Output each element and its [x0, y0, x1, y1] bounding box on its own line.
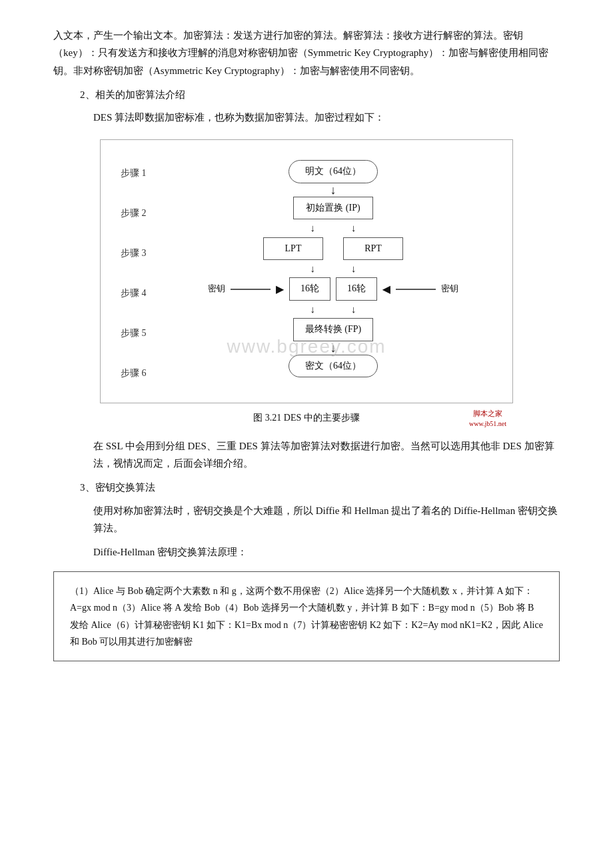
step-3-label: 步骤 3 [121, 233, 174, 273]
step-6-label: 步骤 6 [121, 353, 174, 393]
plaintext-node: 明文（64位） [289, 160, 378, 183]
intro-paragraph: 入文本，产生一个输出文本。加密算法：发送方进行加密的算法。解密算法：接收方进行解… [53, 27, 560, 79]
step-2-label: 步骤 2 [121, 193, 174, 233]
key-left-line [231, 289, 271, 290]
lpt-node: LPT [263, 237, 323, 261]
section3-heading: 3、密钥交换算法 [80, 479, 560, 496]
key-left-label: 密钥 [208, 281, 225, 297]
split-arrows-3: ↓ ↓ [193, 301, 473, 318]
key-right-label: 密钥 [441, 281, 458, 297]
step-1-label: 步骤 1 [121, 153, 174, 193]
lpt-rpt-row: LPT RPT [193, 237, 473, 261]
ip-node: 初始置换 (IP) [293, 197, 373, 220]
ciphertext-node: 密文（64位） [289, 355, 378, 378]
des-figure: 步骤 1 步骤 2 步骤 3 步骤 4 步骤 5 步骤 6 明文（64位） ↓ … [100, 139, 513, 403]
rpt-node: RPT [343, 237, 403, 261]
fp-row: 最终转换 (FP) [193, 318, 473, 341]
arrow-left-1: ▶ [382, 280, 390, 299]
split-arrows-1: ↓ ↓ [193, 219, 473, 237]
diffie-box: （1）Alice 与 Bob 确定两个大素数 n 和 g，这两个数不用保密（2）… [53, 571, 560, 661]
arrow-right-1: ▶ [276, 280, 284, 299]
dh-principle-label: Diffie-Hellman 密钥交换算法原理： [93, 543, 560, 561]
des-intro: DES 算法即数据加密标准，也称为数据加密算法。加密过程如下： [93, 109, 560, 126]
des-steps-column: 步骤 1 步骤 2 步骤 3 步骤 4 步骤 5 步骤 6 [121, 153, 174, 393]
rounds1-node: 16轮 [289, 277, 330, 301]
step-4-label: 步骤 4 [121, 273, 174, 313]
step4-row: 密钥 ▶ 16轮 16轮 ▶ 密钥 [193, 277, 473, 301]
rounds2-node: 16轮 [336, 277, 377, 301]
fp-node: 最终转换 (FP) [293, 318, 373, 341]
key-right-line [396, 289, 436, 290]
ciphertext-row: 密文（64位） [193, 355, 473, 378]
ssl-para: 在 SSL 中会用到分组 DES、三重 DES 算法等加密算法对数据进行加密。当… [93, 437, 560, 473]
arrow-1: ↓ [330, 184, 336, 196]
section2-heading: 2、相关的加密算法介绍 [80, 86, 560, 103]
des-caption-row: 图 3.21 DES 中的主要步骤 脚本之家www.jb51.net [53, 409, 560, 427]
arrow-5: ↓ [330, 342, 336, 354]
des-flow: 明文（64位） ↓ 初始置换 (IP) ↓ ↓ LPT RPT ↓ ↓ [193, 153, 473, 393]
split-arrows-2: ↓ ↓ [193, 260, 473, 277]
step-5-label: 步骤 5 [121, 313, 174, 353]
des-caption: 图 3.21 DES 中的主要步骤 [253, 413, 359, 423]
des-brand: 脚本之家www.jb51.net [469, 409, 506, 428]
dh-intro: 使用对称加密算法时，密钥交换是个大难题，所以 Diffie 和 Hellman … [93, 502, 560, 537]
